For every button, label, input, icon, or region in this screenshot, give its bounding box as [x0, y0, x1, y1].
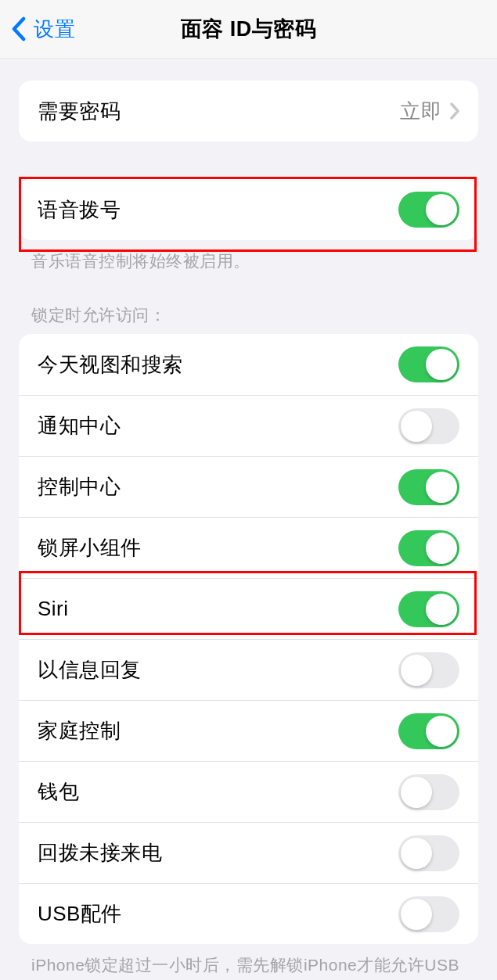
lockscreen-item-label: 回拨未接来电	[38, 839, 162, 867]
lockscreen-item-label: 锁屏小组件	[38, 534, 142, 562]
lockscreen-item-row[interactable]: Siri	[19, 578, 478, 639]
lockscreen-item-label: 以信息回复	[38, 656, 142, 684]
back-button[interactable]: 设置	[0, 0, 76, 58]
lockscreen-item-row[interactable]: 家庭控制	[19, 700, 478, 761]
lockscreen-item-label: 今天视图和搜索	[38, 351, 183, 379]
toggle-knob	[401, 899, 432, 930]
row-right: 立即	[400, 98, 459, 125]
lockscreen-item-toggle[interactable]	[398, 713, 459, 749]
back-label: 设置	[34, 16, 76, 43]
toggle-knob	[401, 777, 432, 808]
lockscreen-item-row[interactable]: 今天视图和搜索	[19, 334, 478, 395]
back-chevron-icon	[11, 16, 26, 41]
lockscreen-item-toggle[interactable]	[398, 469, 459, 505]
lockscreen-header: 锁定时允许访问：	[0, 304, 497, 334]
voice-dial-toggle[interactable]	[398, 192, 459, 228]
lockscreen-item-label: 钱包	[38, 778, 79, 806]
toggle-knob	[426, 716, 457, 747]
lockscreen-item-row[interactable]: 回拨未接来电	[19, 822, 478, 883]
lockscreen-item-toggle[interactable]	[398, 591, 459, 627]
lockscreen-item-label: 家庭控制	[38, 717, 121, 745]
lockscreen-item-row[interactable]: 以信息回复	[19, 639, 478, 700]
toggle-knob	[426, 533, 457, 564]
voice-dial-label: 语音拨号	[38, 196, 121, 224]
lockscreen-item-row[interactable]: 控制中心	[19, 456, 478, 517]
lockscreen-item-row[interactable]: USB配件	[19, 883, 478, 944]
lockscreen-item-label: USB配件	[38, 900, 122, 928]
passcode-group: 需要密码 立即	[19, 81, 478, 142]
toggle-knob	[401, 411, 432, 442]
lockscreen-item-toggle[interactable]	[398, 652, 459, 688]
content-area: 需要密码 立即 语音拨号 音乐语音控制将始终被启用。 锁定时允许访问： 今天视图…	[0, 59, 497, 980]
toggle-knob	[426, 349, 457, 380]
lockscreen-item-row[interactable]: 锁屏小组件	[19, 517, 478, 578]
voice-dial-group: 语音拨号	[19, 179, 478, 240]
require-passcode-row[interactable]: 需要密码 立即	[19, 81, 478, 142]
toggle-knob	[426, 194, 457, 225]
require-passcode-label: 需要密码	[38, 98, 121, 125]
lockscreen-item-toggle[interactable]	[398, 774, 459, 810]
lockscreen-item-toggle[interactable]	[398, 408, 459, 444]
chevron-right-icon	[450, 102, 459, 120]
toggle-knob	[426, 594, 457, 625]
require-passcode-value: 立即	[400, 98, 442, 125]
toggle-knob	[401, 655, 432, 686]
toggle-knob	[401, 838, 432, 869]
lockscreen-item-toggle[interactable]	[398, 346, 459, 382]
voice-dial-footer: 音乐语音控制将始终被启用。	[0, 240, 497, 273]
lockscreen-item-toggle[interactable]	[398, 896, 459, 932]
navigation-bar: 设置 面容 ID与密码	[0, 0, 497, 59]
lockscreen-item-label: 通知中心	[38, 412, 121, 440]
lockscreen-access-group: 今天视图和搜索通知中心控制中心锁屏小组件Siri以信息回复家庭控制钱包回拨未接来…	[19, 334, 478, 944]
lockscreen-item-row[interactable]: 钱包	[19, 761, 478, 822]
voice-dial-row[interactable]: 语音拨号	[19, 179, 478, 240]
lockscreen-item-label: Siri	[38, 597, 69, 621]
lockscreen-item-toggle[interactable]	[398, 530, 459, 566]
lockscreen-item-toggle[interactable]	[398, 835, 459, 871]
lockscreen-footer: iPhone锁定超过一小时后，需先解锁iPhone才能允许USB配件连接。	[0, 944, 497, 980]
lockscreen-item-label: 控制中心	[38, 473, 121, 501]
toggle-knob	[426, 472, 457, 503]
lockscreen-item-row[interactable]: 通知中心	[19, 395, 478, 456]
